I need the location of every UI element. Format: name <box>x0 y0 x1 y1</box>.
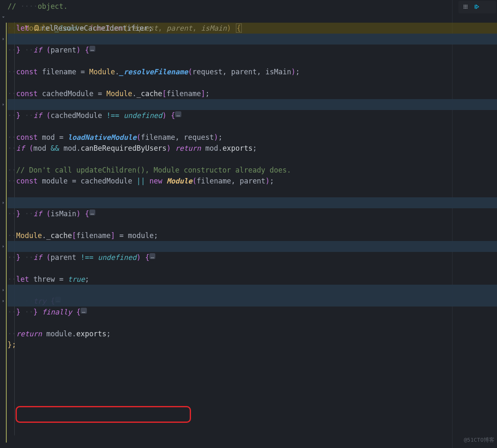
blank-line[interactable] <box>8 55 497 66</box>
code-line[interactable]: // ····object. <box>8 1 497 12</box>
annotation-red-box <box>16 406 191 423</box>
whitespace-dots: ···· <box>21 2 38 10</box>
code-line[interactable]: ··Module._cache[filename] = module; <box>8 230 497 241</box>
code-line[interactable]: ··} finally {… <box>8 296 497 307</box>
code-line[interactable]: ··if (parent) {… <box>8 34 497 45</box>
token-var: relResolveCacheIdentifier <box>41 24 148 32</box>
watermark-text: @51CTO博客 <box>464 435 494 445</box>
code-editor[interactable]: // ····object. Module._load = function(r… <box>0 0 497 350</box>
code-line[interactable]: ··let threw = true; <box>8 274 497 285</box>
code-line[interactable]: ··if (cachedModule !== undefined) {… <box>8 99 497 110</box>
blank-line[interactable] <box>8 77 497 88</box>
comment-text: object. <box>38 2 68 10</box>
code-line[interactable]: ··if (parent !== undefined) {… <box>8 241 497 252</box>
code-line[interactable]: ··const filename = Module._resolveFilena… <box>8 66 497 77</box>
chevron-right-icon[interactable] <box>0 241 7 252</box>
code-line[interactable]: ··const mod = loadNativeModule(filename,… <box>8 132 497 143</box>
code-line[interactable]: ··} <box>8 45 497 55</box>
code-line[interactable]: ··return module.exports; <box>8 328 497 339</box>
chevron-right-icon[interactable] <box>0 197 7 208</box>
code-line[interactable]: ··const cachedModule = Module._cache[fil… <box>8 88 497 99</box>
code-line[interactable]: ··// Don't call updateChildren(), Module… <box>8 165 497 176</box>
chevron-right-icon[interactable] <box>0 34 7 45</box>
code-line[interactable]: ··} <box>8 110 497 121</box>
code-line[interactable]: ··} <box>8 307 497 317</box>
code-line[interactable]: ··try {… <box>8 285 497 296</box>
blank-line[interactable] <box>8 219 497 230</box>
chevron-right-icon[interactable] <box>0 296 7 307</box>
code-line[interactable]: Module._load = function(request, parent,… <box>8 12 497 23</box>
code-line[interactable]: ··const module = cachedModule || new Mod… <box>8 176 497 186</box>
blank-line[interactable] <box>8 154 497 165</box>
token-kw: let <box>16 24 29 32</box>
chevron-right-icon[interactable] <box>0 99 7 110</box>
comment-text: // <box>8 2 21 10</box>
code-line[interactable]: ··let relResolveCacheIdentifier; <box>8 23 497 34</box>
blank-line[interactable] <box>8 317 497 328</box>
chevron-right-icon[interactable] <box>0 285 7 296</box>
blank-line[interactable] <box>8 121 497 132</box>
blank-line[interactable] <box>8 186 497 197</box>
code-line[interactable]: }; <box>8 339 497 350</box>
code-line[interactable]: ··if (isMain) {… <box>8 197 497 208</box>
chevron-down-icon[interactable] <box>0 12 7 23</box>
cursor-bookmark-icon <box>33 24 41 32</box>
code-line[interactable]: ··} <box>8 252 497 263</box>
code-line[interactable]: ··if (mod && mod.canBeRequiredByUsers) r… <box>8 143 497 154</box>
blank-line[interactable] <box>8 263 497 274</box>
code-line[interactable]: ··} <box>8 208 497 219</box>
